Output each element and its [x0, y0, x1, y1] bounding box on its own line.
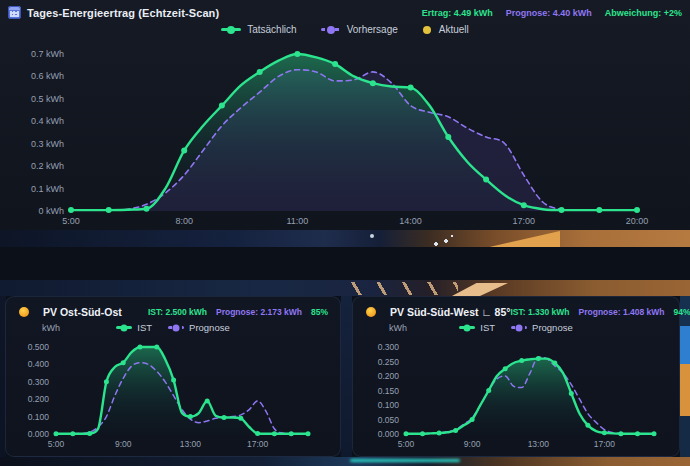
card-legend-row: kWh IST Prognose	[6, 321, 340, 338]
card-title: PV Süd-Süd-West ∟ 85°	[390, 306, 510, 318]
svg-text:0.1 kWh: 0.1 kWh	[31, 184, 64, 194]
legend-item-prognose[interactable]: Prognose	[168, 322, 230, 333]
prognose-stat: Prognose: 2.173 kWh	[216, 307, 302, 317]
svg-text:0.500: 0.500	[28, 342, 50, 352]
svg-text:0.050: 0.050	[378, 415, 400, 425]
card-title: PV Ost-Süd-Ost	[43, 306, 122, 318]
forecast-stat: Prognose: 4.40 kWh	[506, 8, 592, 18]
pv-sued-sued-west-card: PV Süd-Süd-West ∟ 85° IST: 1.330 kWh Pro…	[352, 296, 680, 457]
svg-text:0.300: 0.300	[28, 377, 50, 387]
card-legend-row: kWh IST Prognose	[353, 321, 679, 338]
sun-icon	[366, 307, 376, 317]
svg-text:0.000: 0.000	[28, 429, 50, 439]
wallpaper-right-gap	[680, 296, 690, 457]
card-legend: IST Prognose	[6, 322, 340, 333]
green-line-marker-icon	[116, 326, 132, 329]
svg-text:17:00: 17:00	[247, 439, 269, 449]
legend-item-ist[interactable]: IST	[116, 322, 152, 333]
svg-text:0.4 kWh: 0.4 kWh	[31, 116, 64, 126]
card-header: PV Süd-Süd-West ∟ 85° IST: 1.330 kWh Pro…	[353, 297, 679, 318]
legend-item-aktuell[interactable]: Aktuell	[422, 24, 469, 35]
card-stats: IST: 1.330 kWh Prognose: 1.408 kWh 94%	[510, 307, 690, 317]
card-header: PV Ost-Süd-Ost IST: 2.500 kWh Prognose: …	[6, 297, 340, 318]
svg-text:5:00: 5:00	[398, 439, 415, 449]
svg-text:0.3 kWh: 0.3 kWh	[31, 139, 64, 149]
svg-text:0.7 kWh: 0.7 kWh	[31, 49, 64, 59]
svg-text:0.5 kWh: 0.5 kWh	[31, 94, 64, 104]
wallpaper-dot	[370, 234, 374, 238]
legend-item-ist[interactable]: IST	[459, 322, 495, 333]
wallpaper-circuit-lines	[348, 282, 458, 295]
green-line-marker-icon	[459, 326, 475, 329]
wallpaper-teal-glow	[350, 459, 460, 462]
percent-badge: 85%	[311, 307, 328, 317]
card-legend: IST Prognose	[353, 322, 679, 333]
wallpaper-strip	[0, 280, 690, 296]
yellow-dot-marker-icon	[422, 24, 433, 35]
svg-text:8:00: 8:00	[175, 216, 193, 226]
wallpaper-lights	[432, 232, 458, 247]
svg-text:13:00: 13:00	[528, 439, 550, 449]
svg-text:0.300: 0.300	[378, 342, 400, 352]
wallpaper-middle-gap	[341, 296, 352, 457]
purple-dash-marker-icon	[511, 326, 527, 329]
legend-item-tatsaechlich[interactable]: Tatsächlich	[221, 24, 296, 35]
svg-text:0.6 kWh: 0.6 kWh	[31, 71, 64, 81]
svg-text:0.250: 0.250	[378, 357, 400, 367]
svg-text:0.150: 0.150	[378, 386, 400, 396]
card-stats: IST: 2.500 kWh Prognose: 2.173 kWh 85%	[148, 307, 328, 317]
purple-dash-marker-icon	[168, 326, 184, 329]
main-chart-legend: Tatsächlich Vorhersage Aktuell	[0, 24, 690, 35]
pv-ost-sued-ost-card: PV Ost-Süd-Ost IST: 2.500 kWh Prognose: …	[5, 296, 341, 457]
svg-text:9:00: 9:00	[464, 439, 481, 449]
svg-text:0.2 kWh: 0.2 kWh	[31, 161, 64, 171]
daily-yield-header: Tages-Energieertrag (Echtzeit-Scan) Ertr…	[0, 0, 690, 19]
yield-stat: Ertrag: 4.49 kWh	[422, 8, 493, 18]
purple-dash-marker-icon	[321, 28, 341, 31]
wallpaper-strip	[0, 230, 690, 247]
svg-text:14:00: 14:00	[399, 216, 422, 226]
wallpaper-strip	[0, 457, 690, 466]
legend-item-vorhersage[interactable]: Vorhersage	[321, 24, 398, 35]
svg-text:17:00: 17:00	[594, 439, 616, 449]
svg-text:0.000: 0.000	[378, 429, 400, 439]
svg-text:0.200: 0.200	[378, 371, 400, 381]
svg-text:0.200: 0.200	[28, 394, 50, 404]
legend-item-prognose[interactable]: Prognose	[511, 322, 573, 333]
svg-text:5:00: 5:00	[62, 216, 80, 226]
svg-text:0.400: 0.400	[28, 359, 50, 369]
ist-stat: IST: 2.500 kWh	[148, 307, 207, 317]
prognose-stat: Prognose: 1.408 kWh	[579, 307, 665, 317]
ist-stat: IST: 1.330 kWh	[510, 307, 569, 317]
daily-yield-stats: Ertrag: 4.49 kWh Prognose: 4.40 kWh Abwe…	[422, 8, 682, 18]
daily-yield-panel: Tages-Energieertrag (Echtzeit-Scan) Ertr…	[0, 0, 690, 230]
percent-badge: 94%	[674, 307, 690, 317]
svg-text:9:00: 9:00	[115, 439, 132, 449]
pv-ost-sued-ost-chart[interactable]: 0.5000.4000.3000.2000.1000.0005:009:0013…	[6, 339, 340, 451]
daily-yield-chart[interactable]: 0.7 kWh0.6 kWh0.5 kWh0.4 kWh0.3 kWh0.2 k…	[0, 39, 690, 230]
calendar-icon	[8, 6, 21, 19]
svg-text:13:00: 13:00	[180, 439, 202, 449]
panel-title: Tages-Energieertrag (Echtzeit-Scan)	[27, 7, 219, 19]
pv-sued-sued-west-chart[interactable]: 0.3000.2500.2000.1500.1000.0500.0005:009…	[353, 339, 679, 451]
svg-text:0.100: 0.100	[378, 400, 400, 410]
svg-text:0 kWh: 0 kWh	[38, 206, 64, 216]
svg-text:5:00: 5:00	[48, 439, 65, 449]
sun-icon	[19, 307, 29, 317]
svg-text:11:00: 11:00	[286, 216, 308, 226]
green-line-marker-icon	[221, 28, 241, 31]
deviation-stat: Abweichung: +2%	[605, 8, 682, 18]
svg-text:17:00: 17:00	[513, 216, 536, 226]
svg-text:20:00: 20:00	[626, 216, 649, 226]
svg-text:0.100: 0.100	[28, 412, 50, 422]
